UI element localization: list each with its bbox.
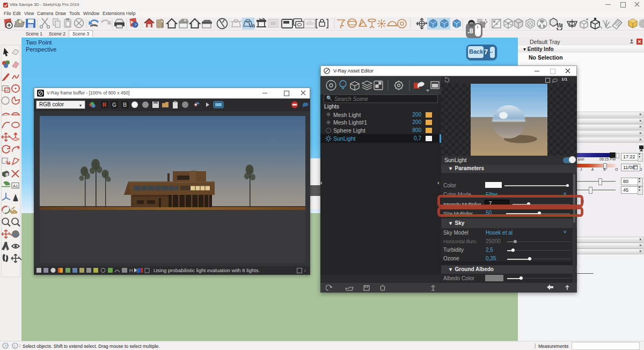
svg-text:?: ? (4, 344, 7, 348)
svg-text:R: R (103, 102, 107, 108)
svg-text:B: B (123, 102, 127, 108)
svg-text:H: H (129, 268, 133, 273)
svg-text:A1: A1 (13, 184, 18, 188)
svg-text:i: i (14, 344, 16, 348)
svg-text:?: ? (134, 23, 137, 27)
svg-text:G: G (112, 102, 116, 108)
